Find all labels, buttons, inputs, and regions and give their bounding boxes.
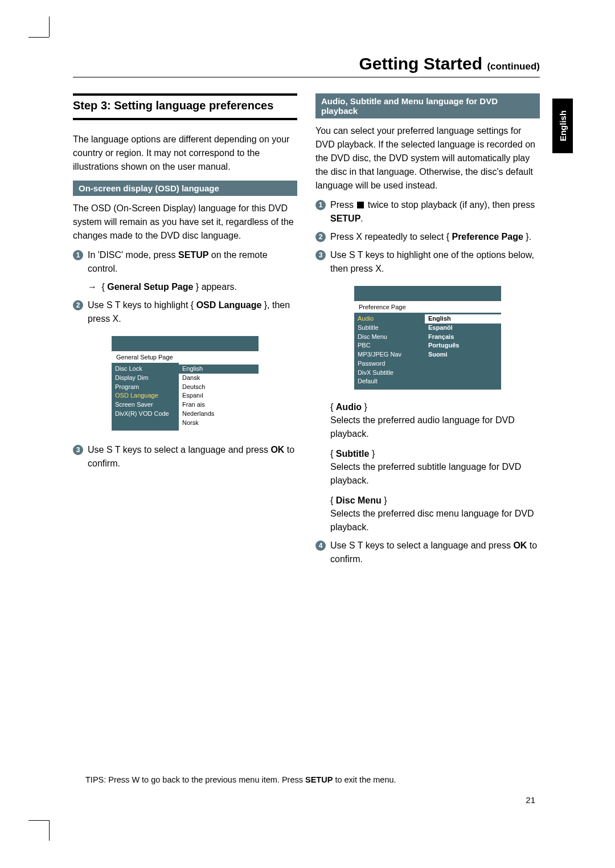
- step-number-icon: 1: [73, 250, 83, 260]
- osd-left-item-selected: OSD Language: [115, 391, 175, 400]
- option-audio: { Audio } Selects the preferred audio la…: [330, 402, 540, 441]
- osd-left-item: Password: [358, 359, 421, 369]
- osd-title: Preference Page: [354, 301, 501, 313]
- right-paragraph: You can select your preferred language s…: [315, 124, 540, 193]
- page-title-row: Getting Started (continued): [73, 54, 540, 77]
- option-description: Selects the preferred subtitle language …: [330, 460, 540, 488]
- option-label: Disc Menu: [336, 496, 382, 505]
- osd-right-item: Português: [428, 341, 498, 350]
- option-label: Audio: [336, 402, 362, 412]
- osd-topbar: [354, 286, 501, 301]
- language-tab-label: English: [558, 110, 568, 141]
- manual-page: English Getting Started (continued) Step…: [73, 54, 540, 817]
- osd-left-item: Disc Lock: [115, 365, 175, 374]
- step-number-icon: 3: [315, 250, 326, 260]
- option-description: Selects the preferred audio language for…: [330, 413, 540, 441]
- step-body: Use S T keys to select a language and pr…: [330, 539, 540, 566]
- right-step-4: 4 Use S T keys to select a language and …: [315, 539, 540, 566]
- osd-right-item: Deutsch: [182, 383, 255, 392]
- osd-right-list: English Espanöl Français Português Suomi: [425, 313, 501, 390]
- osd-left-item: Subtitle: [358, 324, 421, 333]
- left-column: Step 3: Setting language preferences The…: [73, 93, 297, 571]
- osd-preference-mockup: Preference Page Audio Subtitle Disc Menu…: [354, 286, 501, 390]
- stop-icon: [357, 202, 364, 208]
- osd-left-list: Disc Lock Display Dim Program OSD Langua…: [112, 363, 179, 431]
- step-body: In 'DISC' mode, press SETUP on the remot…: [88, 248, 297, 276]
- right-step-1: 1 Press twice to stop playback (if any),…: [315, 198, 540, 226]
- arrow-icon: →: [88, 282, 97, 292]
- step-body: Use S T keys to highlight { OSD Language…: [88, 298, 297, 326]
- step-body: Press X repeatedly to select { Preferenc…: [330, 230, 540, 244]
- step-body: Use S T keys to select a language and pr…: [88, 443, 297, 470]
- osd-right-item-selected: English: [179, 365, 259, 374]
- osd-left-item: Program: [115, 383, 175, 392]
- osd-left-item: Disc Menu: [358, 333, 421, 342]
- option-label: Subtitle: [336, 449, 370, 458]
- osd-left-item: PBC: [358, 341, 421, 350]
- step-number-icon: 1: [315, 200, 326, 210]
- language-tab: English: [552, 99, 573, 153]
- step-body: Use S T keys to highlight one of the opt…: [330, 248, 540, 276]
- osd-right-item-selected: English: [425, 314, 501, 324]
- osd-right-item: Nederlands: [182, 410, 255, 419]
- option-subtitle: { Subtitle } Selects the preferred subti…: [330, 449, 540, 488]
- osd-right-list: English Dansk Deutsch Espanıl Fran ais N…: [179, 363, 259, 431]
- osd-left-list: Audio Subtitle Disc Menu PBC MP3/JPEG Na…: [354, 313, 425, 390]
- osd-left-item: DivX(R) VOD Code: [115, 410, 175, 419]
- option-description: Selects the preferred disc menu language…: [330, 507, 540, 534]
- step-body: Press twice to stop playback (if any), t…: [330, 198, 540, 226]
- left-step-3: 3 Use S T keys to select a language and …: [73, 443, 297, 470]
- option-disc-menu: { Disc Menu } Selects the preferred disc…: [330, 496, 540, 534]
- right-step-3: 3 Use S T keys to highlight one of the o…: [315, 248, 540, 276]
- left-step-1: 1 In 'DISC' mode, press SETUP on the rem…: [73, 248, 297, 276]
- osd-right-item: Français: [428, 333, 498, 342]
- step-number-icon: 3: [73, 445, 83, 455]
- osd-right-item: Fran ais: [182, 400, 255, 410]
- osd-left-item: MP3/JPEG Nav: [358, 350, 421, 359]
- osd-topbar: [112, 336, 259, 351]
- osd-title: General Setup Page: [112, 351, 259, 363]
- osd-left-item: Display Dim: [115, 374, 175, 383]
- right-column: Audio, Subtitle and Menu language for DV…: [315, 93, 540, 571]
- step-number-icon: 4: [315, 541, 326, 551]
- right-step-2: 2 Press X repeatedly to select { Prefere…: [315, 230, 540, 244]
- step-heading: Step 3: Setting language preferences: [73, 93, 297, 120]
- left-step-2: 2 Use S T keys to highlight { OSD Langua…: [73, 298, 297, 326]
- osd-right-item: Espanöl: [428, 324, 498, 333]
- osd-left-item: Default: [358, 377, 421, 386]
- osd-subheading: On-screen display (OSD) language: [73, 181, 297, 196]
- osd-general-setup-mockup: General Setup Page Disc Lock Display Dim…: [112, 336, 259, 431]
- page-number: 21: [526, 795, 535, 805]
- tips-footer: TIPS: Press W to go back to the previous…: [85, 775, 527, 784]
- osd-right-item: Espanıl: [182, 391, 255, 400]
- page-title: Getting Started (continued): [73, 54, 540, 73]
- osd-right-item: Suomi: [428, 350, 498, 359]
- page-title-continued: (continued): [487, 61, 540, 72]
- audio-subtitle-subheading: Audio, Subtitle and Menu language for DV…: [315, 93, 540, 118]
- page-title-text: Getting Started: [359, 54, 482, 73]
- left-step-1-result: → { General Setup Page } appears.: [88, 280, 297, 294]
- osd-left-item: Screen Saver: [115, 400, 175, 410]
- step-number-icon: 2: [73, 300, 83, 310]
- osd-paragraph: The OSD (On-Screen Display) language for…: [73, 202, 297, 243]
- osd-left-item: DivX Subtitle: [358, 369, 421, 378]
- intro-text: The language options are different depen…: [73, 133, 297, 174]
- osd-right-item: Norsk: [182, 419, 255, 428]
- osd-left-item-selected: Audio: [358, 314, 421, 324]
- step-number-icon: 2: [315, 232, 326, 242]
- osd-right-item: Dansk: [182, 374, 255, 383]
